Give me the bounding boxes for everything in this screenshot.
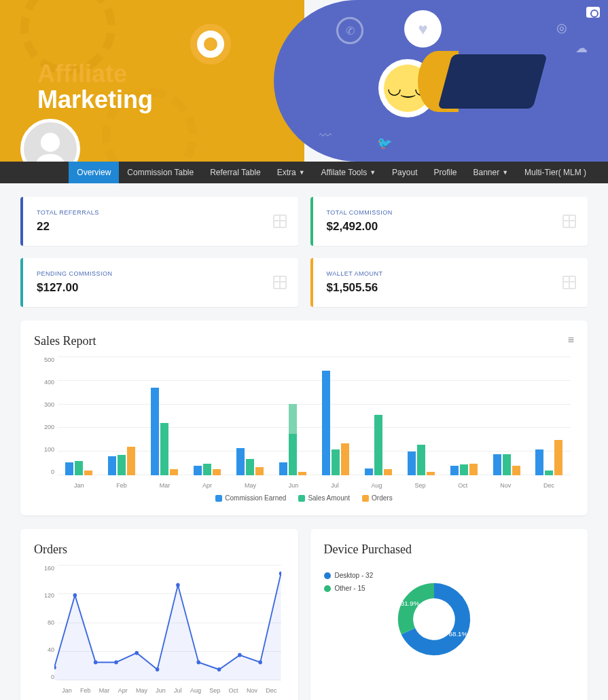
bar [203, 464, 211, 476]
bar [365, 468, 373, 476]
nav-item-banner[interactable]: Banner▼ [465, 162, 516, 183]
bars-container [58, 356, 571, 475]
chat-bubble-icon: ✆ [336, 17, 363, 44]
bar [213, 469, 221, 475]
twitter-icon: 🐦 [377, 136, 392, 151]
svg-point-22 [238, 653, 242, 657]
hero-title: Affiliate Marketing [37, 61, 153, 113]
stat-card: WALLET AMOUNT $1,505.56 [310, 258, 588, 307]
orders-chart: 16012080400 JanFebMarAprMayJunJulAugSepO… [34, 565, 285, 694]
bar-group [194, 356, 221, 475]
nav-item-extra[interactable]: Extra▼ [269, 162, 313, 183]
bar [427, 472, 435, 475]
megaphone-icon [445, 54, 540, 109]
sales-report-panel: Sales Report ≡ 5004003002001000 JanFebMa… [20, 320, 588, 515]
table-icon [561, 213, 577, 229]
bar-group [151, 356, 178, 475]
hero-banner: Affiliate Marketing ♥ ✆ ◡‿◡ 〰 ◎ ☁ 🐦 [0, 0, 608, 162]
heart-bubble-icon: ♥ [404, 10, 442, 48]
legend-item[interactable]: Commission Earned [215, 494, 286, 502]
legend-item[interactable]: Other - 15 [324, 585, 374, 592]
stat-card: TOTAL REFERRALS 22 [20, 197, 298, 246]
line-chart-svg [54, 565, 281, 680]
bar [246, 459, 254, 476]
nav-item-multi-tier-mlm-[interactable]: Multi-Tier( MLM ) [516, 162, 594, 183]
bar [450, 466, 459, 475]
bar [493, 454, 501, 476]
bar [535, 449, 543, 476]
bar [236, 448, 245, 475]
gear-icon [27, 0, 109, 68]
stat-cards: TOTAL REFERRALS 22 TOTAL COMMISSION $2,4… [20, 197, 588, 307]
table-icon [561, 274, 577, 291]
card-label: WALLET AMOUNT [327, 270, 575, 277]
panel-title: Device Purchased [324, 542, 575, 557]
card-label: PENDING COMMISSION [37, 270, 285, 277]
bar [151, 388, 159, 476]
bar [127, 447, 135, 475]
bar [417, 445, 425, 476]
legend-item[interactable]: Sales Amount [298, 494, 350, 502]
svg-point-16 [114, 660, 118, 664]
table-icon [272, 213, 288, 229]
bar [255, 467, 264, 475]
bar [545, 471, 553, 475]
bar [84, 471, 92, 475]
x-axis: JanFebMarAprMayJunJulAugSepOctNovDec [58, 687, 281, 694]
bottom-row: Orders 16012080400 JanFebMarAprMayJunJul… [20, 529, 588, 700]
bar-group [408, 356, 435, 475]
nav-item-payout[interactable]: Payout [384, 162, 425, 183]
legend-item[interactable]: Desktop - 32 [324, 572, 374, 579]
bar [108, 456, 116, 475]
legend-item[interactable]: Orders [362, 494, 393, 502]
svg-point-0 [41, 133, 60, 152]
y-axis: 16012080400 [34, 565, 54, 680]
camera-icon[interactable] [586, 7, 600, 18]
nav-item-profile[interactable]: Profile [425, 162, 465, 183]
bar [170, 469, 178, 475]
donut-legend: Desktop - 32Other - 15 [324, 572, 374, 597]
bar-group [108, 356, 135, 475]
nav-item-commission-table[interactable]: Commission Table [119, 162, 202, 183]
svg-text:68.1%: 68.1% [449, 630, 468, 638]
chat-icon: ☁ [575, 41, 588, 56]
bar [75, 461, 83, 475]
hero-title-line1: Affiliate [37, 61, 153, 87]
donut-container: Desktop - 32Other - 15 68.1%31.9% [324, 565, 575, 667]
x-axis: JanFebMarAprMayJunJulAugSepOctNovDec [58, 482, 571, 489]
svg-point-24 [279, 572, 281, 576]
target-icon [190, 24, 231, 65]
bar [279, 462, 287, 475]
bar [118, 455, 126, 475]
bar [460, 464, 468, 475]
stat-card: PENDING COMMISSION $127.00 [20, 258, 298, 307]
bar [384, 469, 392, 475]
bar [332, 449, 340, 476]
bar [512, 466, 520, 475]
nav-item-overview[interactable]: Overview [69, 162, 119, 183]
svg-point-21 [217, 667, 221, 671]
nav-item-affilate-tools[interactable]: Affilate Tools▼ [313, 162, 385, 183]
svg-text:31.9%: 31.9% [401, 600, 420, 607]
svg-point-23 [258, 660, 262, 664]
svg-point-14 [73, 593, 77, 597]
nav-item-referral-table[interactable]: Referral Table [202, 162, 268, 183]
orders-panel: Orders 16012080400 JanFebMarAprMayJunJul… [20, 529, 298, 700]
card-label: TOTAL REFERRALS [37, 209, 285, 216]
bar [289, 404, 297, 475]
bar [298, 472, 306, 475]
doodle-icon: 〰 [319, 129, 332, 143]
main-nav: OverviewCommission TableReferral TableEx… [0, 162, 608, 183]
card-value: 22 [37, 220, 285, 234]
bar [194, 466, 202, 475]
page-content: TOTAL REFERRALS 22 TOTAL COMMISSION $2,4… [0, 183, 608, 700]
panel-title: Orders [34, 542, 285, 557]
bar-group [279, 356, 306, 475]
chart-menu-icon[interactable]: ≡ [568, 334, 574, 346]
bar [65, 462, 73, 475]
sales-chart: 5004003002001000 JanFebMarAprMayJunJulAu… [34, 356, 574, 489]
bar [322, 371, 330, 475]
svg-point-15 [94, 660, 98, 664]
bar [469, 464, 478, 476]
hero-title-line2: Marketing [37, 87, 153, 113]
